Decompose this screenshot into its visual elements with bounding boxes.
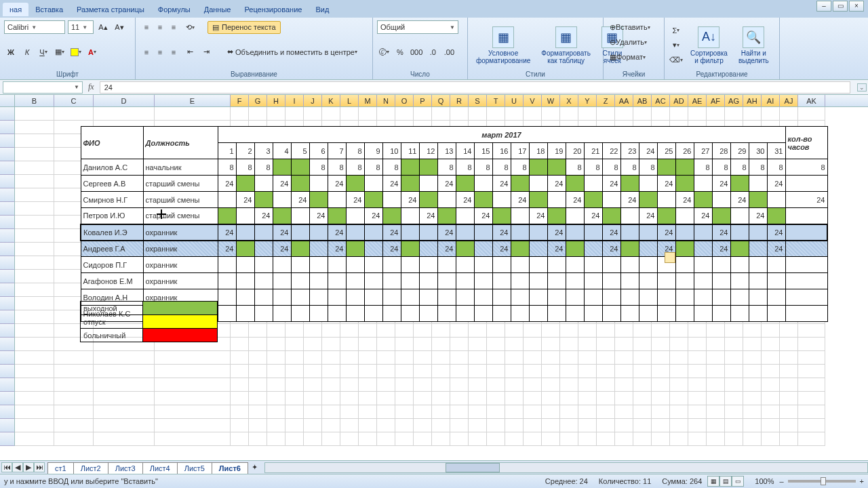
row-header[interactable] <box>0 107 15 121</box>
ribbon-tab[interactable]: Вставка <box>28 3 70 16</box>
row-header[interactable] <box>0 297 15 310</box>
column-header[interactable]: H <box>267 95 285 106</box>
fill-color-icon[interactable]: ▾ <box>69 45 83 59</box>
align-right-icon[interactable]: ≡ <box>167 45 180 59</box>
row-header[interactable] <box>0 161 15 175</box>
column-header[interactable]: S <box>469 95 487 106</box>
sheet-nav-first-icon[interactable]: ⏮ <box>1 462 12 472</box>
column-header[interactable]: V <box>524 95 542 106</box>
select-all-corner[interactable] <box>0 95 15 106</box>
column-header[interactable]: K <box>322 95 340 106</box>
align-top-icon[interactable]: ≡ <box>140 20 153 34</box>
indent-dec-icon[interactable]: ⇤ <box>183 45 197 59</box>
delete-cells-button[interactable]: ⊖ Удалить ▾ <box>608 35 660 49</box>
column-header[interactable]: AE <box>688 95 707 106</box>
ribbon-tab[interactable]: Вид <box>309 3 336 16</box>
view-normal-icon[interactable]: ▦ <box>707 476 719 487</box>
row-header[interactable] <box>0 243 15 256</box>
column-header[interactable]: F <box>231 95 249 106</box>
close-wnd-icon[interactable]: × <box>849 1 864 12</box>
autosum-icon[interactable]: Σ▾ <box>669 24 684 37</box>
fx-icon[interactable]: fx <box>88 82 94 92</box>
row-header[interactable] <box>0 338 15 351</box>
sheet-tab[interactable]: Лист2 <box>73 462 108 474</box>
comma-icon[interactable]: 000 <box>410 45 423 59</box>
row-header[interactable] <box>0 283 15 297</box>
row-header[interactable] <box>0 270 15 283</box>
italic-icon[interactable]: К <box>20 45 34 59</box>
zoom-slider[interactable] <box>788 480 856 483</box>
formula-input[interactable]: 24 <box>100 81 850 94</box>
column-header[interactable]: AC <box>652 95 670 106</box>
column-header[interactable]: U <box>505 95 524 106</box>
shrink-font-icon[interactable]: A▾ <box>113 20 126 34</box>
format-as-table-button[interactable]: ▦Форматировать как таблицу <box>537 25 595 66</box>
column-header[interactable]: L <box>340 95 359 106</box>
row-header[interactable] <box>0 256 15 270</box>
column-header[interactable]: N <box>377 95 395 106</box>
zoom-in-icon[interactable]: + <box>860 477 864 485</box>
column-header[interactable]: AG <box>725 95 743 106</box>
column-header[interactable]: AB <box>633 95 652 106</box>
column-header[interactable]: E <box>155 95 231 106</box>
conditional-format-button[interactable]: ▦Условное форматирование <box>472 25 534 66</box>
column-header[interactable]: AH <box>743 95 762 106</box>
column-header[interactable]: AF <box>707 95 725 106</box>
font-size-combo[interactable]: 11▼ <box>68 20 94 34</box>
wrap-text-button[interactable]: ▤ Перенос текста <box>208 21 281 34</box>
currency-icon[interactable]: 🄫▾ <box>377 45 391 59</box>
fill-icon[interactable]: ▾▾ <box>669 39 684 52</box>
ribbon-tab[interactable]: Разметка страницы <box>70 3 151 16</box>
row-header[interactable] <box>0 310 15 324</box>
align-center-icon[interactable]: ≡ <box>153 45 167 59</box>
restore-wnd-icon[interactable]: ▭ <box>833 1 848 12</box>
zoom-out-icon[interactable]: – <box>779 477 783 485</box>
name-box[interactable]: ▼ <box>3 81 83 94</box>
find-select-button[interactable]: 🔍Найти и выделить <box>734 25 773 66</box>
sheet-nav-prev-icon[interactable]: ◀ <box>12 462 23 472</box>
horizontal-scrollbar[interactable] <box>264 462 868 473</box>
align-middle-icon[interactable]: ≡ <box>153 20 167 34</box>
column-header[interactable]: J <box>304 95 322 106</box>
column-header[interactable]: B <box>15 95 54 106</box>
insert-cells-button[interactable]: ⊕ Вставить ▾ <box>608 20 660 34</box>
worksheet-grid[interactable]: BCDEFGHIJKLMNOPQRSTUVWXYZAAABACADAEAFAGA… <box>0 95 868 454</box>
row-header[interactable] <box>0 351 15 365</box>
column-header[interactable]: C <box>54 95 94 106</box>
ribbon-tab[interactable]: ная <box>3 3 28 16</box>
new-sheet-icon[interactable]: ✦ <box>252 463 258 472</box>
column-header[interactable]: Q <box>432 95 450 106</box>
column-header[interactable]: D <box>94 95 155 106</box>
column-header[interactable]: AJ <box>780 95 798 106</box>
row-header[interactable] <box>0 188 15 202</box>
font-family-combo[interactable]: Calibri▼ <box>4 20 65 34</box>
column-header[interactable]: AK <box>798 95 825 106</box>
sheet-tab[interactable]: Лист4 <box>142 462 178 474</box>
column-header[interactable]: AA <box>615 95 633 106</box>
view-break-icon[interactable]: ▭ <box>732 476 744 487</box>
ribbon-tab[interactable]: Формулы <box>151 3 197 16</box>
font-color-icon[interactable]: A▾ <box>85 45 99 59</box>
borders-icon[interactable]: ▦▾ <box>53 45 66 59</box>
row-header[interactable] <box>0 175 15 188</box>
paste-options-icon[interactable] <box>665 252 675 263</box>
row-header[interactable] <box>0 378 15 392</box>
column-header[interactable]: Z <box>597 95 615 106</box>
orientation-icon[interactable]: ⟲▾ <box>183 20 197 34</box>
row-header[interactable] <box>0 432 15 446</box>
decrease-decimal-icon[interactable]: .00 <box>442 45 456 59</box>
percent-icon[interactable]: % <box>393 45 407 59</box>
format-cells-button[interactable]: ▦ Формат ▾ <box>608 50 660 64</box>
sheet-nav-next-icon[interactable]: ▶ <box>23 462 34 472</box>
underline-icon[interactable]: Ч▾ <box>37 45 50 59</box>
indent-inc-icon[interactable]: ⇥ <box>199 45 213 59</box>
column-header[interactable]: M <box>359 95 377 106</box>
number-format-combo[interactable]: Общий▼ <box>377 20 458 34</box>
row-header[interactable] <box>0 324 15 338</box>
view-layout-icon[interactable]: ▤ <box>719 476 732 487</box>
bold-icon[interactable]: Ж <box>4 45 18 59</box>
column-header[interactable]: I <box>285 95 304 106</box>
row-header[interactable] <box>0 419 15 432</box>
minimize-wnd-icon[interactable]: – <box>816 1 831 12</box>
row-header[interactable] <box>0 134 15 148</box>
